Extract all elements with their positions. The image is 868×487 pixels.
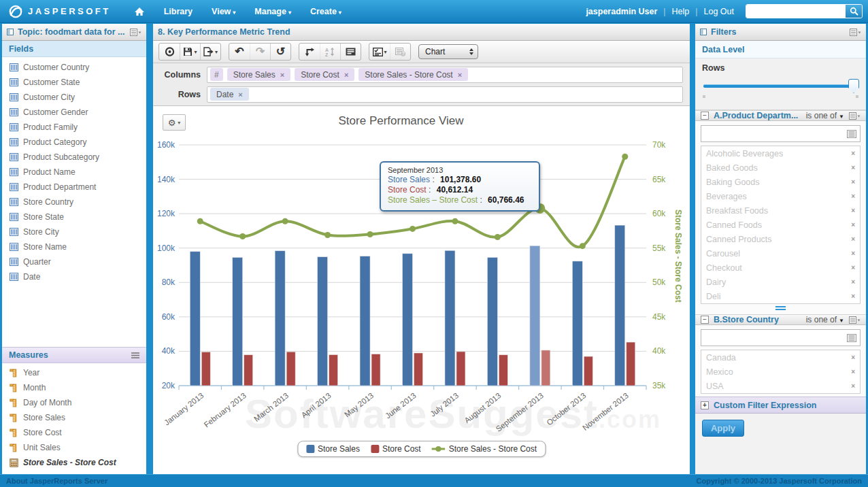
visualization-select[interactable]: Chart [418, 44, 478, 59]
filter-value-list-icon[interactable] [846, 332, 858, 343]
input-controls-button[interactable] [340, 44, 361, 60]
filter-operator-dropdown[interactable]: is one of▼ [806, 111, 844, 120]
slider-track[interactable] [703, 84, 858, 88]
home-icon[interactable] [134, 7, 145, 16]
measure-item[interactable]: Year [2, 365, 146, 380]
field-item[interactable]: Product Department [2, 180, 146, 195]
measures-menu-icon[interactable] [131, 352, 139, 358]
field-item[interactable]: Customer Country [2, 60, 146, 75]
undo-button[interactable]: ↶ [229, 44, 250, 60]
field-item[interactable]: Store State [2, 209, 146, 224]
chart-canvas[interactable]: Store Performance View ⚙ ▾ 20k40k60k80k1… [153, 105, 690, 474]
logout-link[interactable]: Log Out [704, 7, 734, 16]
remove-value-icon[interactable]: × [851, 207, 855, 214]
remove-value-icon[interactable]: × [851, 150, 855, 157]
rows-dropzone[interactable]: Date× [207, 86, 683, 103]
switch-groups-button[interactable] [299, 44, 320, 60]
collapse-icon[interactable]: − [701, 112, 709, 120]
measure-item[interactable]: Store Cost [2, 425, 146, 440]
expand-icon[interactable]: + [701, 401, 709, 409]
field-item[interactable]: Store City [2, 224, 146, 239]
global-search-input[interactable] [746, 5, 846, 18]
filter-value-input[interactable] [701, 126, 860, 141]
list-resize-handle[interactable] [701, 304, 861, 312]
filter-value-item[interactable]: Deli× [701, 289, 860, 303]
filter-value-input[interactable] [701, 330, 860, 346]
field-item[interactable]: Date [2, 269, 146, 284]
filter-value-item[interactable]: Canned Foods× [701, 218, 860, 232]
row-chip[interactable]: Date× [210, 88, 249, 101]
chart-settings-button[interactable]: ⚙ ▾ [163, 114, 186, 131]
field-item[interactable]: Customer Gender [2, 105, 146, 120]
filter-value-item[interactable]: Carousel× [701, 246, 860, 261]
jaspersoft-logo[interactable]: JASPERSOFT [8, 4, 111, 19]
chip-close-icon[interactable]: × [344, 71, 348, 79]
remove-value-icon[interactable]: × [851, 178, 855, 186]
field-item[interactable]: Quarter [2, 254, 146, 269]
remove-value-icon[interactable]: × [851, 164, 855, 171]
panel-menu-icon[interactable] [130, 29, 141, 36]
field-item[interactable]: Customer City [2, 90, 146, 105]
filter-value-item[interactable]: Canada× [701, 350, 860, 365]
custom-filter-header[interactable]: + Custom Filter Expression [695, 397, 866, 414]
legend-item[interactable]: Store Sales - Store Cost [432, 444, 537, 454]
filter-value-item[interactable]: Dairy× [701, 275, 860, 289]
help-link[interactable]: Help [672, 7, 690, 16]
menu-view[interactable]: View▾ [212, 7, 235, 16]
sort-button[interactable]: AZ [320, 44, 340, 60]
chip-close-icon[interactable]: × [458, 71, 462, 79]
column-chip[interactable]: Store Sales - Store Cost× [358, 68, 468, 81]
chart-options-button[interactable]: ▾ [369, 44, 390, 60]
remove-value-icon[interactable]: × [851, 278, 855, 286]
field-item[interactable]: Product Name [2, 165, 146, 180]
filter-value-list-icon[interactable] [846, 128, 858, 139]
remove-value-icon[interactable]: × [851, 354, 855, 361]
field-item[interactable]: Customer State [2, 75, 146, 90]
about-link[interactable]: About JasperReports Server [6, 477, 107, 485]
measure-item[interactable]: Day of Month [2, 395, 146, 410]
remove-value-icon[interactable]: × [851, 292, 855, 300]
global-search-button[interactable] [846, 5, 862, 18]
collapse-icon[interactable]: − [701, 316, 709, 324]
filter-menu-icon[interactable] [849, 316, 861, 324]
filter-value-item[interactable]: Breakfast Foods× [701, 203, 860, 218]
export-button[interactable]: ▾ [200, 44, 220, 60]
remove-value-icon[interactable]: × [851, 235, 855, 243]
filter-value-item[interactable]: Baking Goods× [701, 175, 860, 189]
measure-item[interactable]: Month [2, 380, 146, 395]
filter-value-item[interactable]: USA× [701, 379, 860, 393]
apply-button[interactable]: Apply [702, 420, 744, 437]
field-item[interactable]: Product Subcategory [2, 150, 146, 165]
legend-item[interactable]: Store Cost [371, 444, 421, 454]
panel-menu-icon[interactable] [850, 29, 861, 36]
save-button[interactable]: ▾ [180, 44, 200, 60]
filter-value-item[interactable]: Canned Products× [701, 232, 860, 246]
filter-value-item[interactable]: Beverages× [701, 189, 860, 203]
measure-item[interactable]: Store Sales [2, 410, 146, 425]
chip-close-icon[interactable]: × [238, 90, 242, 99]
filter-operator-dropdown[interactable]: is one of▼ [806, 315, 844, 324]
menu-library[interactable]: Library [164, 7, 193, 16]
column-chip[interactable]: Store Cost× [295, 68, 354, 81]
field-item[interactable]: Store Country [2, 195, 146, 209]
remove-value-icon[interactable]: × [851, 250, 855, 257]
field-item[interactable]: Store Name [2, 239, 146, 254]
remove-value-icon[interactable]: × [851, 264, 855, 271]
visualize-button[interactable] [159, 44, 180, 60]
legend-item[interactable]: Store Sales [306, 444, 360, 454]
redo-button[interactable]: ↷ [250, 44, 270, 60]
field-item[interactable]: Product Family [2, 120, 146, 135]
filter-value-item[interactable]: Baked Goods× [701, 161, 860, 175]
field-item[interactable]: Product Category [2, 135, 146, 150]
menu-create[interactable]: Create▾ [310, 7, 341, 16]
filter-value-item[interactable]: Alcoholic Beverages× [701, 146, 860, 161]
slider-thumb[interactable] [848, 79, 859, 93]
menu-manage[interactable]: Manage▾ [254, 7, 291, 16]
filter-value-item[interactable]: Checkout× [701, 261, 860, 275]
filter-value-item[interactable]: Mexico× [701, 365, 860, 379]
column-chip[interactable]: Store Sales× [227, 68, 290, 81]
remove-value-icon[interactable]: × [851, 368, 855, 375]
chip-close-icon[interactable]: × [280, 71, 284, 79]
help-format-button[interactable]: ? [390, 44, 410, 60]
remove-value-icon[interactable]: × [851, 221, 855, 229]
